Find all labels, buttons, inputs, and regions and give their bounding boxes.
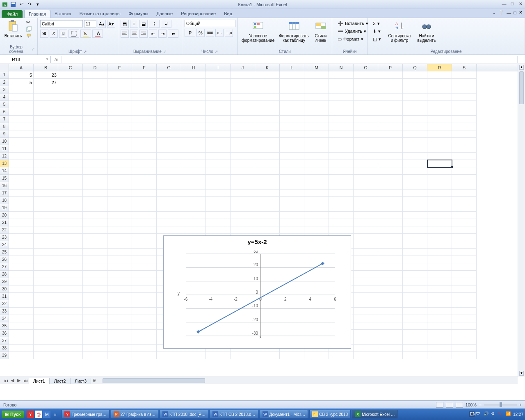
cell[interactable] (427, 94, 452, 101)
row-header[interactable]: 25 (0, 249, 9, 256)
currency-icon[interactable]: ₽ (185, 29, 195, 37)
cell[interactable] (34, 101, 58, 108)
cell[interactable] (107, 337, 132, 345)
cell[interactable] (83, 101, 107, 108)
cell[interactable] (58, 79, 83, 86)
cell[interactable] (58, 308, 83, 315)
cell[interactable] (107, 315, 132, 322)
cell[interactable] (206, 116, 231, 123)
cell[interactable] (329, 175, 354, 182)
cell[interactable] (378, 71, 403, 79)
cell[interactable] (58, 285, 83, 293)
cell[interactable] (231, 160, 255, 167)
cell[interactable] (427, 256, 452, 263)
cell[interactable] (83, 263, 107, 271)
cell[interactable] (427, 182, 452, 189)
cell[interactable] (403, 256, 427, 263)
cell[interactable] (378, 249, 403, 256)
cell[interactable] (452, 175, 477, 182)
cell[interactable] (403, 241, 427, 249)
cell[interactable] (427, 71, 452, 79)
cell[interactable] (378, 256, 403, 263)
cell[interactable] (206, 145, 231, 153)
cell[interactable] (231, 116, 255, 123)
cell[interactable] (378, 300, 403, 308)
cell[interactable] (58, 234, 83, 241)
cell[interactable] (34, 189, 58, 197)
cell[interactable] (34, 352, 58, 359)
cell[interactable] (34, 94, 58, 101)
cell[interactable] (403, 123, 427, 130)
cell[interactable] (58, 241, 83, 249)
cell[interactable] (9, 167, 34, 175)
cell[interactable] (427, 330, 452, 337)
sheet-tab[interactable]: Лист1 (29, 378, 50, 384)
align-bottom-icon[interactable]: ⬓ (139, 20, 148, 28)
cell[interactable] (157, 123, 181, 130)
cell[interactable] (58, 138, 83, 145)
cell[interactable] (34, 116, 58, 123)
cell[interactable] (132, 153, 157, 160)
sheet-tab[interactable]: Лист2 (50, 378, 71, 384)
sheet-nav-next-icon[interactable]: ▶ (16, 378, 22, 383)
cell[interactable] (304, 182, 329, 189)
cell[interactable] (255, 145, 280, 153)
row-header[interactable]: 37 (0, 337, 9, 345)
cell[interactable] (329, 197, 354, 204)
cell[interactable] (157, 160, 181, 167)
cell[interactable] (378, 182, 403, 189)
cell[interactable] (452, 256, 477, 263)
cell[interactable] (157, 79, 181, 86)
cell[interactable] (452, 293, 477, 300)
font-size-input[interactable] (84, 20, 96, 27)
cell[interactable] (34, 285, 58, 293)
cell[interactable] (403, 116, 427, 123)
row-header[interactable]: 39 (0, 352, 9, 359)
cell[interactable] (157, 101, 181, 108)
cell[interactable] (255, 108, 280, 116)
cell[interactable] (378, 271, 403, 278)
cell[interactable] (181, 130, 206, 138)
cell[interactable] (280, 116, 304, 123)
horizontal-scrollbar[interactable] (102, 377, 518, 384)
cell[interactable] (354, 285, 378, 293)
cell[interactable] (280, 79, 304, 86)
cell[interactable] (378, 315, 403, 322)
tab-Рецензирование[interactable]: Рецензирование (177, 10, 220, 18)
cell[interactable] (181, 197, 206, 204)
column-header[interactable]: E (107, 64, 132, 71)
cell[interactable] (304, 108, 329, 116)
cell[interactable] (304, 79, 329, 86)
row-header[interactable]: 20 (0, 212, 9, 219)
cell[interactable] (378, 138, 403, 145)
row-header[interactable]: 4 (0, 94, 9, 101)
cell[interactable] (83, 153, 107, 160)
cell[interactable] (231, 79, 255, 86)
cell[interactable] (452, 330, 477, 337)
cell[interactable] (304, 189, 329, 197)
cell[interactable] (378, 145, 403, 153)
tray-icon-1[interactable]: 🛡 (476, 411, 482, 417)
cell[interactable] (9, 263, 34, 271)
cell[interactable] (107, 285, 132, 293)
cell[interactable] (9, 94, 34, 101)
cell[interactable] (34, 130, 58, 138)
cell[interactable] (354, 108, 378, 116)
cell[interactable] (181, 71, 206, 79)
delete-cells-button[interactable]: ➖Удалить▾ (335, 27, 371, 35)
column-header[interactable]: H (181, 64, 206, 71)
decrease-decimal-icon[interactable]: ←,0 (225, 29, 233, 37)
cell[interactable] (58, 94, 83, 101)
cell[interactable] (107, 116, 132, 123)
cell[interactable] (9, 160, 34, 167)
cell[interactable] (157, 189, 181, 197)
cell[interactable] (34, 330, 58, 337)
cell[interactable] (58, 189, 83, 197)
window-min2-icon[interactable]: — (507, 10, 511, 15)
increase-indent-icon[interactable]: ⇥ (158, 30, 167, 38)
cell[interactable] (329, 145, 354, 153)
cell[interactable] (280, 352, 304, 359)
cell[interactable] (206, 94, 231, 101)
cell[interactable] (378, 226, 403, 234)
cell[interactable] (354, 167, 378, 175)
